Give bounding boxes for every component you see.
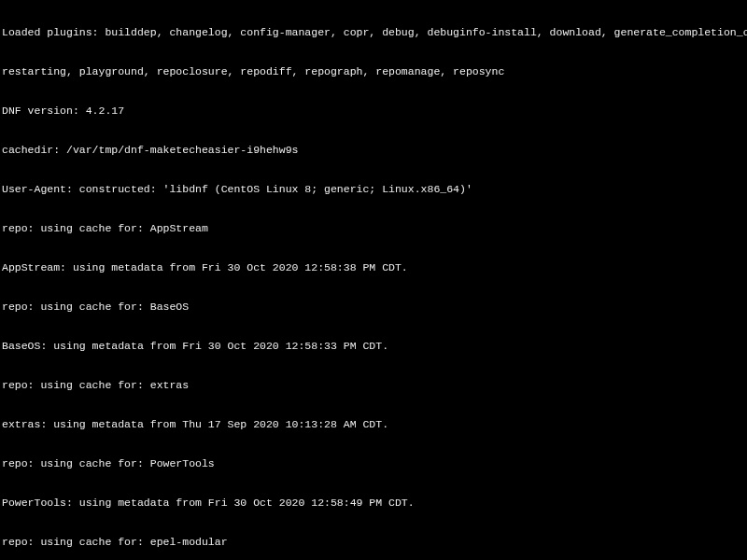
preamble-line: AppStream: using metadata from Fri 30 Oc… (2, 261, 745, 274)
preamble-line: repo: using cache for: BaseOS (2, 301, 745, 314)
preamble-line: repo: using cache for: extras (2, 379, 745, 392)
preamble-line: restarting, playground, repoclosure, rep… (2, 65, 745, 78)
preamble-line: PowerTools: using metadata from Fri 30 O… (2, 497, 745, 510)
preamble-line: Loaded plugins: builddep, changelog, con… (2, 26, 745, 39)
preamble-line: repo: using cache for: epel-modular (2, 536, 745, 549)
preamble-line: repo: using cache for: AppStream (2, 222, 745, 235)
preamble-line: extras: using metadata from Thu 17 Sep 2… (2, 418, 745, 431)
preamble-line: User-Agent: constructed: 'libdnf (CentOS… (2, 183, 745, 196)
preamble-line: cachedir: /var/tmp/dnf-maketecheasier-i9… (2, 144, 745, 157)
terminal-output[interactable]: Loaded plugins: builddep, changelog, con… (0, 0, 747, 560)
preamble-line: repo: using cache for: PowerTools (2, 457, 745, 470)
preamble-line: BaseOS: using metadata from Fri 30 Oct 2… (2, 340, 745, 353)
preamble-line: DNF version: 4.2.17 (2, 105, 745, 118)
